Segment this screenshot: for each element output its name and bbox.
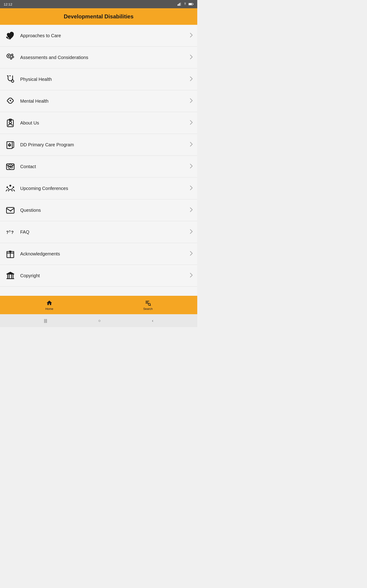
- svg-point-19: [9, 121, 11, 124]
- svg-point-26: [6, 187, 8, 188]
- svg-point-27: [13, 187, 14, 188]
- app-header: Developmental Disabilities: [0, 8, 197, 25]
- questions-icon: ?: [5, 204, 16, 216]
- svg-rect-3: [180, 2, 181, 6]
- android-home-btn[interactable]: ○: [98, 318, 101, 323]
- svg-point-8: [8, 55, 10, 57]
- svg-point-14: [11, 80, 14, 82]
- copyright-label: Copyright: [20, 273, 190, 278]
- menu-item-mental-health[interactable]: Mental Health: [0, 90, 197, 112]
- menu-item-upcoming-conferences[interactable]: Upcoming Conferences: [0, 178, 197, 199]
- mental-health-label: Mental Health: [20, 99, 190, 104]
- signal-icon: [177, 2, 182, 6]
- dd-primary-care-program-chevron: [190, 142, 193, 148]
- nav-search-label: Search: [143, 307, 152, 311]
- nav-home-label: Home: [45, 307, 53, 311]
- svg-marker-44: [6, 272, 14, 274]
- questions-chevron: [190, 208, 193, 213]
- faq-chevron: [190, 229, 193, 235]
- physical-health-icon: [5, 73, 16, 85]
- physical-health-chevron: [190, 77, 193, 82]
- menu-item-about-us[interactable]: About Us: [0, 112, 197, 134]
- svg-rect-6: [193, 4, 194, 4]
- faq-label: FAQ: [20, 229, 190, 235]
- svg-rect-45: [146, 301, 149, 301]
- about-us-chevron: [190, 120, 193, 126]
- contact-chevron: [190, 164, 193, 170]
- list-spacer: [0, 287, 197, 296]
- nav-search[interactable]: Search: [99, 296, 197, 314]
- page-title: Developmental Disabilities: [4, 13, 194, 20]
- svg-rect-40: [7, 275, 8, 278]
- menu-item-copyright[interactable]: Copyright: [0, 265, 197, 287]
- mental-health-chevron: [190, 98, 193, 104]
- status-bar: 12:12: [0, 0, 197, 8]
- svg-rect-0: [177, 4, 178, 6]
- menu-item-questions[interactable]: ? Questions: [0, 199, 197, 221]
- svg-text:?: ?: [9, 230, 10, 233]
- upcoming-conferences-icon: [5, 183, 16, 194]
- acknowledgements-label: Acknowledgements: [20, 251, 190, 257]
- questions-label: Questions: [20, 208, 190, 213]
- menu-list: Approaches to Care Assessments and Consi…: [0, 25, 197, 287]
- menu-item-approaches-to-care[interactable]: Approaches to Care: [0, 25, 197, 47]
- assessments-and-considerations-chevron: [190, 55, 193, 61]
- svg-rect-41: [9, 275, 9, 278]
- dd-primary-care-program-label: DD Primary Care Program: [20, 142, 190, 147]
- svg-rect-43: [13, 275, 13, 278]
- nav-home[interactable]: Home: [0, 296, 99, 314]
- approaches-to-care-icon: [5, 30, 16, 41]
- faq-icon: ? ? ?: [5, 226, 16, 238]
- wifi-icon: [183, 2, 187, 6]
- svg-rect-47: [146, 303, 149, 303]
- copyright-chevron: [190, 273, 193, 279]
- status-icons: [177, 2, 194, 6]
- about-us-icon: [5, 117, 16, 129]
- svg-point-16: [10, 75, 10, 76]
- menu-item-faq[interactable]: ? ? ? FAQ: [0, 221, 197, 243]
- svg-text:?: ?: [11, 230, 14, 235]
- android-back-btn[interactable]: ‹: [152, 318, 153, 323]
- svg-rect-42: [11, 275, 12, 278]
- svg-point-15: [8, 75, 8, 76]
- svg-point-25: [9, 185, 11, 187]
- svg-point-28: [8, 188, 9, 189]
- about-us-label: About Us: [20, 120, 190, 126]
- android-recents-btn[interactable]: |||: [44, 318, 47, 323]
- menu-item-contact[interactable]: Contact: [0, 156, 197, 178]
- svg-rect-38: [6, 278, 14, 279]
- menu-item-acknowledgements[interactable]: Acknowledgements: [0, 243, 197, 265]
- mental-health-icon: [5, 95, 16, 107]
- svg-line-49: [150, 305, 150, 305]
- svg-point-10: [12, 56, 14, 58]
- svg-rect-46: [146, 302, 148, 302]
- dd-primary-care-program-icon: [5, 139, 16, 150]
- approaches-to-care-chevron: [190, 33, 193, 39]
- upcoming-conferences-label: Upcoming Conferences: [20, 186, 190, 191]
- acknowledgements-chevron: [190, 251, 193, 257]
- approaches-to-care-label: Approaches to Care: [20, 33, 190, 38]
- upcoming-conferences-chevron: [190, 186, 193, 191]
- svg-rect-5: [189, 3, 192, 5]
- battery-icon: [189, 3, 194, 6]
- assessments-and-considerations-icon: [5, 52, 16, 63]
- search-icon: [145, 300, 151, 306]
- svg-rect-39: [6, 274, 14, 275]
- svg-line-12: [12, 56, 13, 56]
- contact-label: Contact: [20, 164, 190, 169]
- copyright-icon: [5, 270, 16, 281]
- menu-item-assessments-and-considerations[interactable]: Assessments and Considerations: [0, 47, 197, 69]
- contact-icon: [5, 161, 16, 172]
- android-nav-bar: ||| ○ ‹: [0, 314, 197, 327]
- menu-item-dd-primary-care-program[interactable]: DD Primary Care Program: [0, 134, 197, 156]
- menu-item-physical-health[interactable]: Physical Health: [0, 69, 197, 90]
- acknowledgements-icon: [5, 248, 16, 259]
- bottom-nav: Home Search: [0, 296, 197, 314]
- svg-text:?: ?: [10, 209, 11, 212]
- svg-point-29: [12, 188, 13, 189]
- home-icon: [46, 300, 52, 306]
- assessments-and-considerations-label: Assessments and Considerations: [20, 55, 190, 60]
- svg-text:?: ?: [6, 230, 9, 235]
- status-time: 12:12: [4, 2, 12, 6]
- svg-rect-1: [178, 4, 179, 6]
